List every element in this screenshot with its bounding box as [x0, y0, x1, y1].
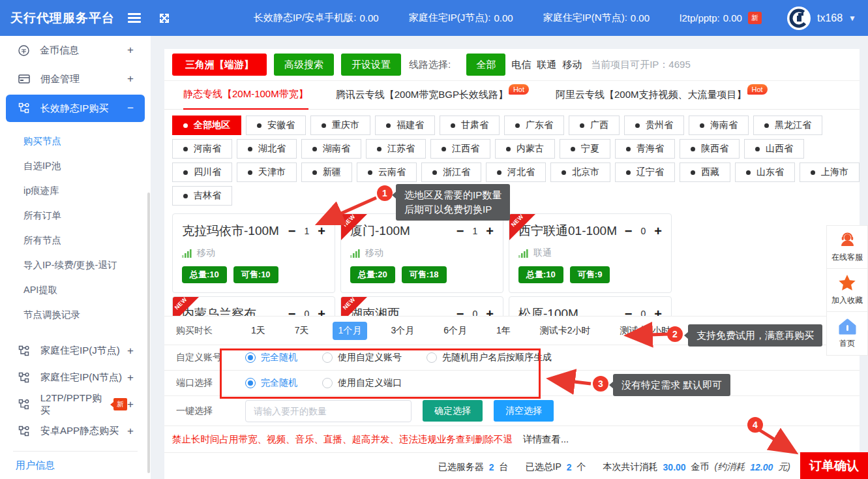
region-chip[interactable]: 陕西省 — [680, 139, 740, 159]
duration-option[interactable]: 3个月 — [385, 322, 420, 340]
advanced-search-button[interactable]: 高级搜索 — [274, 54, 334, 76]
plus-button[interactable]: + — [486, 307, 494, 316]
sidebar-item-group[interactable]: 安卓APP静态购买 + — [0, 418, 151, 444]
plus-button[interactable]: + — [654, 307, 662, 316]
sidebar-submenu-item[interactable]: API提取 — [0, 277, 151, 302]
region-chip[interactable]: 江西省 — [430, 139, 490, 159]
line-option[interactable]: 联通 — [537, 59, 556, 71]
sidebar-item-static-ip-purchase[interactable]: 长效静态IP购买 − — [6, 95, 145, 122]
sidebar-item-coin-info[interactable]: 金币信息 + — [0, 36, 151, 65]
balance-stat[interactable]: 家庭住宅IP(N节点): 0.00 — [543, 12, 650, 24]
region-chip[interactable]: 上海市 — [800, 162, 860, 182]
duration-option[interactable]: 1个月 — [333, 322, 368, 340]
expand-plus-icon[interactable]: + — [127, 345, 134, 358]
port-radio[interactable]: 完全随机 — [245, 377, 297, 389]
line-all-button[interactable]: 全部 — [466, 54, 505, 76]
account-radio[interactable]: 使用自定义账号 — [322, 352, 402, 363]
fullscreen-icon[interactable] — [158, 12, 171, 25]
sidebar-submenu-item[interactable]: 节点调换记录 — [0, 302, 151, 327]
confirm-select-button[interactable]: 确定选择 — [423, 400, 483, 422]
sidebar-scrollbar[interactable] — [147, 193, 150, 473]
project-button[interactable]: 三角洲【端游】 — [172, 54, 267, 76]
region-chip[interactable]: 湖南省 — [301, 139, 361, 159]
duration-option[interactable]: 6个月 — [438, 322, 473, 340]
plus-button[interactable]: + — [486, 224, 494, 238]
account-radio[interactable]: 先随机用户名后按顺序生成 — [427, 352, 552, 363]
region-chip[interactable]: 辽宁省 — [615, 162, 675, 182]
order-confirm-button[interactable]: 订单确认 — [800, 452, 868, 479]
region-chip[interactable]: 河北省 — [486, 162, 546, 182]
plus-button[interactable]: + — [654, 224, 662, 238]
account-radio[interactable]: 完全随机 — [245, 352, 297, 363]
duration-option[interactable]: 测试卡2小时 — [534, 322, 597, 340]
region-chip[interactable]: 四川省 — [172, 162, 232, 182]
region-chip[interactable]: 青海省 — [615, 139, 675, 159]
region-chip[interactable]: 云南省 — [357, 162, 417, 182]
collapse-minus-icon[interactable]: − — [127, 102, 134, 115]
region-chip[interactable]: 浙江省 — [421, 162, 481, 182]
open-settings-button[interactable]: 开设设置 — [341, 54, 401, 76]
minus-button[interactable]: − — [625, 307, 633, 316]
product-tab[interactable]: 静态专线【20M-100M带宽】 — [183, 88, 308, 110]
expand-plus-icon[interactable]: + — [127, 371, 134, 384]
expand-plus-icon[interactable]: + — [127, 44, 134, 57]
region-chip[interactable]: 湖北省 — [237, 139, 297, 159]
balance-stat[interactable]: l2tp/pptp: 0.00 新 — [680, 12, 762, 24]
sidebar-user-info-link[interactable]: 用户信息 — [0, 459, 151, 472]
quantity-input[interactable] — [245, 400, 412, 422]
region-chip[interactable]: 天津市 — [237, 162, 297, 182]
plus-button[interactable]: + — [318, 307, 325, 316]
duration-option[interactable]: 1年 — [490, 322, 516, 340]
online-service-button[interactable]: 在线客服 — [827, 226, 867, 269]
line-option[interactable]: 移动 — [562, 59, 582, 71]
region-chip[interactable]: 贵州省 — [624, 116, 684, 135]
sidebar-item-commission[interactable]: 佣金管理 + — [0, 65, 151, 93]
region-chip[interactable]: 黑龙江省 — [753, 116, 822, 135]
region-chip[interactable]: 新疆 — [301, 162, 352, 182]
sidebar-submenu-item[interactable]: 自选IP池 — [0, 153, 151, 178]
minus-button[interactable]: − — [288, 307, 296, 316]
duration-option[interactable]: 1天 — [245, 322, 271, 340]
expand-plus-icon[interactable]: + — [127, 425, 134, 438]
balance-stat[interactable]: 长效静态IP/安卓手机版: 0.00 — [254, 12, 379, 24]
region-chip[interactable]: 广东省 — [504, 116, 564, 135]
region-chip[interactable]: 西藏 — [680, 162, 730, 182]
region-chip[interactable]: 海南省 — [689, 116, 749, 135]
plus-button[interactable]: + — [318, 224, 325, 238]
sidebar-submenu-item[interactable]: 购买节点 — [0, 129, 151, 153]
product-tab[interactable]: 阿里云专线【200M支持视频、大流量项目】Hot — [556, 89, 767, 109]
region-chip[interactable]: 福建省 — [375, 116, 435, 135]
port-radio[interactable]: 使用自定义端口 — [322, 377, 402, 389]
sidebar-submenu-item[interactable]: ip痕迹库 — [0, 178, 151, 203]
sidebar-submenu-item[interactable]: 导入IP-续费/更换-退订 — [0, 253, 151, 277]
home-button[interactable]: 首页 — [827, 312, 867, 355]
region-chip[interactable]: 全部地区 — [172, 116, 241, 135]
region-chip[interactable]: 河南省 — [172, 139, 232, 159]
product-tab[interactable]: 腾讯云专线【200M带宽BGP长效线路】Hot — [336, 89, 528, 109]
region-chip[interactable]: 吉林省 — [172, 186, 232, 206]
minus-button[interactable]: − — [456, 224, 464, 238]
region-chip[interactable]: 广西 — [569, 116, 620, 135]
region-chip[interactable]: 宁夏 — [560, 139, 610, 159]
sidebar-item-group[interactable]: L2TP/PPTP购买 新 + — [0, 391, 151, 418]
hamburger-menu-icon[interactable] — [128, 11, 141, 25]
balance-stat[interactable]: 家庭住宅IP(J节点): 0.00 — [409, 12, 513, 24]
details-link[interactable]: 详情查看... — [523, 434, 569, 444]
sidebar-submenu-item[interactable]: 所有节点 — [0, 228, 151, 253]
expand-plus-icon[interactable]: + — [127, 72, 134, 85]
add-favorite-button[interactable]: 加入收藏 — [827, 269, 867, 312]
user-menu[interactable]: tx168 ▼ — [786, 6, 856, 31]
sidebar-item-group[interactable]: 家庭住宅IP(J节点) + — [0, 337, 151, 364]
expand-plus-icon[interactable]: + — [127, 398, 134, 411]
region-chip[interactable]: 北京市 — [550, 162, 610, 182]
minus-button[interactable]: − — [625, 224, 633, 238]
minus-button[interactable]: − — [456, 307, 464, 316]
region-chip[interactable]: 安徽省 — [246, 116, 306, 135]
region-chip[interactable]: 重庆市 — [310, 116, 370, 135]
region-chip[interactable]: 甘肃省 — [440, 116, 500, 135]
minus-button[interactable]: − — [288, 224, 296, 238]
region-chip[interactable]: 山西省 — [744, 139, 804, 159]
region-chip[interactable]: 内蒙古 — [495, 139, 555, 159]
sidebar-submenu-item[interactable]: 所有订单 — [0, 203, 151, 228]
clear-select-button[interactable]: 清空选择 — [494, 400, 554, 422]
